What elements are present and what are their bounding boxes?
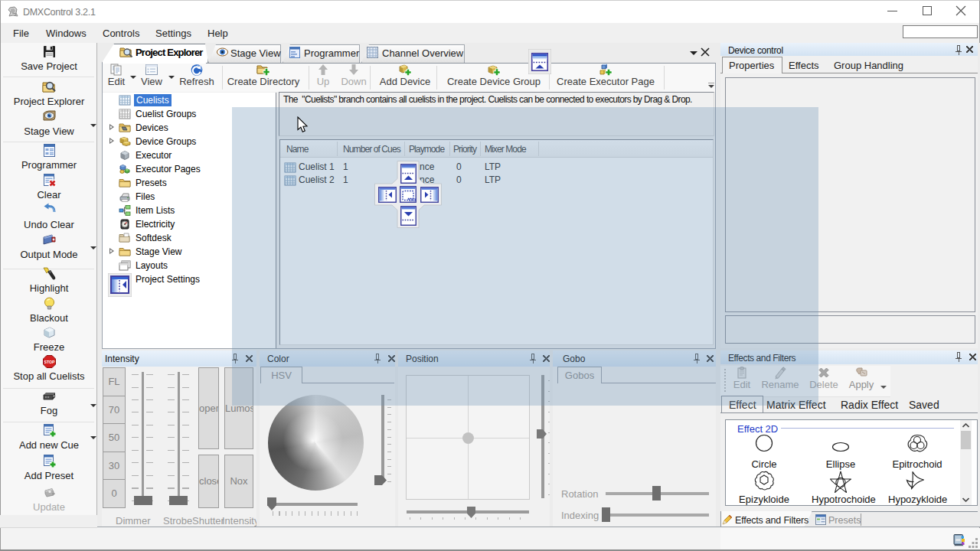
- svg-text:STOP: STOP: [44, 360, 55, 364]
